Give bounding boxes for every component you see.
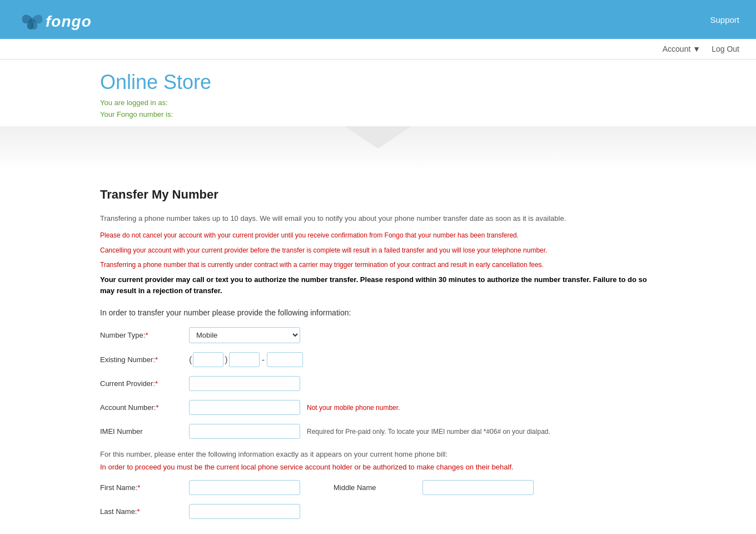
logo: fongo (17, 6, 117, 33)
imei-hint: Required for Pre-paid only. To locate yo… (307, 428, 550, 436)
phone-dash: - (262, 355, 265, 365)
account-dropdown-icon: ▼ (693, 44, 700, 53)
account-number-input[interactable] (189, 400, 300, 415)
account-number-group: Account Number:* Not your mobile phone n… (100, 400, 656, 415)
main-content: Transfer My Number Transfering a phone n… (0, 171, 756, 534)
divider-triangle (345, 126, 411, 149)
first-name-group: First Name:* (100, 480, 300, 495)
first-name-label: First Name:* (100, 483, 189, 492)
name-row: First Name:* Middle Name (100, 480, 656, 495)
current-provider-group: Current Provider:* (100, 376, 656, 391)
existing-number-label: Existing Number:* (100, 355, 189, 364)
paren-close: ) (225, 355, 227, 365)
first-name-input[interactable] (189, 480, 300, 495)
bold-warning: Your current provider may call or text y… (100, 274, 656, 298)
imei-label: IMEI Number (100, 427, 189, 436)
phone-exchange[interactable] (229, 352, 260, 367)
header-navigation: Support (710, 15, 739, 24)
last-name-label: Last Name:* (100, 507, 189, 516)
imei-input[interactable] (189, 424, 300, 439)
bill-info-label: For this number, please enter the follow… (100, 450, 656, 458)
middle-name-input[interactable] (422, 480, 534, 495)
intro-text: Transfering a phone number takes up to 1… (100, 213, 656, 225)
support-link[interactable]: Support (710, 15, 739, 24)
warning-text-1: Please do not cancel your account with y… (100, 230, 656, 241)
bill-warning: In order to proceed you must be the curr… (100, 463, 656, 471)
logged-in-info: You are logged in as: Your Fongo number … (100, 97, 656, 121)
page-title-area: Online Store You are logged in as: Your … (0, 60, 756, 126)
logged-in-line1: You are logged in as: (100, 97, 656, 109)
account-dropdown[interactable]: Account ▼ (663, 44, 700, 53)
current-provider-label: Current Provider:* (100, 379, 189, 388)
header: fongo Support (0, 0, 756, 39)
warning-text-2: Cancelling your account with your curren… (100, 245, 656, 256)
phone-last4[interactable] (267, 352, 303, 367)
number-type-select[interactable]: Mobile Landline (189, 327, 300, 343)
paren-open: ( (189, 355, 192, 365)
number-type-group: Number Type:* Mobile Landline (100, 327, 656, 343)
number-type-select-wrapper: Mobile Landline (189, 327, 300, 343)
logout-link[interactable]: Log Out (712, 44, 739, 53)
number-type-label: Number Type:* (100, 331, 189, 339)
logo-image: fongo (17, 6, 117, 33)
svg-text:fongo: fongo (46, 13, 92, 30)
divider (0, 126, 756, 171)
phone-inputs: ( ) - (189, 352, 303, 367)
current-provider-input[interactable] (189, 376, 300, 391)
middle-name-group: Middle Name (334, 480, 534, 495)
last-name-input[interactable] (189, 504, 300, 519)
fongo-number-line: Your Fongo number is: (100, 109, 656, 121)
account-label: Account (663, 44, 691, 53)
provide-info-label: In order to transfer your number please … (100, 308, 656, 317)
form-section-title: Transfer My Number (100, 187, 656, 202)
sub-header: Account ▼ Log Out (0, 39, 756, 60)
existing-number-group: Existing Number:* ( ) - (100, 352, 656, 367)
account-number-label: Account Number:* (100, 403, 189, 412)
last-name-group: Last Name:* (100, 504, 656, 519)
phone-area-code[interactable] (193, 352, 223, 367)
middle-name-label: Middle Name (334, 483, 422, 492)
imei-group: IMEI Number Required for Pre-paid only. … (100, 424, 656, 439)
page-title: Online Store (100, 71, 656, 94)
warning-text-3: Transferring a phone number that is curr… (100, 259, 656, 270)
account-number-hint: Not your mobile phone number. (307, 404, 400, 412)
